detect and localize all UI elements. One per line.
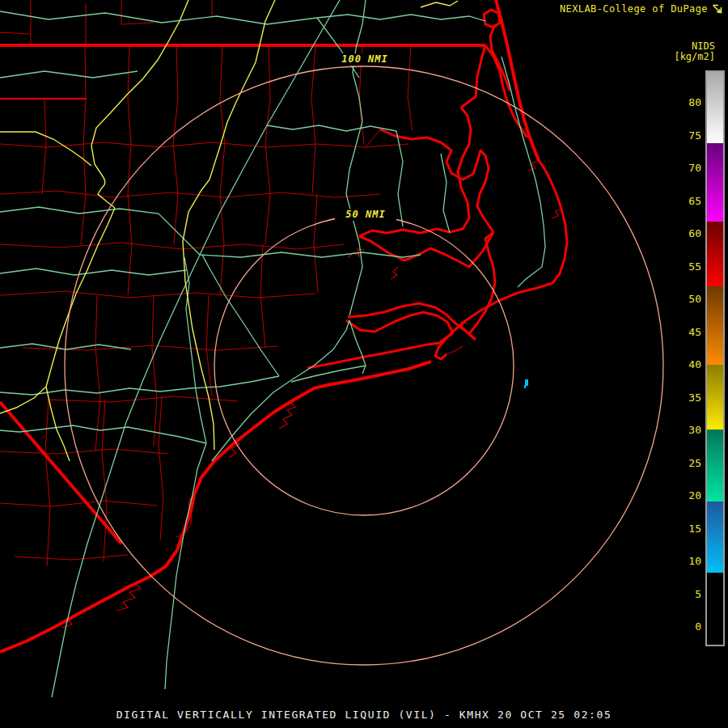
vil-scale-tick: 35 xyxy=(669,392,701,404)
vil-scale-tick: 20 xyxy=(669,489,701,502)
vil-scale-tick: 55 xyxy=(669,260,701,273)
radar-display: 100 NMI 50 NMI NEXLAB-College of DuPage … xyxy=(0,0,728,728)
vil-scale-tick: 25 xyxy=(669,457,701,469)
vil-scale-tick: 40 xyxy=(669,358,701,370)
vil-scale-tick: 50 xyxy=(669,293,701,305)
county-boundaries xyxy=(0,0,413,566)
radar-map-canvas xyxy=(0,0,728,728)
roads-yellow xyxy=(0,0,458,461)
vil-scale-tick: 80 xyxy=(669,96,701,108)
nc-sc-border-line xyxy=(0,402,121,544)
range-ring-50-label: 50 NMI xyxy=(335,209,396,221)
vil-scale-tick: 45 xyxy=(669,326,701,338)
vil-color-gradient xyxy=(707,72,723,645)
vil-color-scale-bar xyxy=(705,70,725,646)
vil-scale-tick: 70 xyxy=(669,162,701,174)
vil-scale-tick: 0 xyxy=(669,620,701,633)
range-ring-100-label: 100 NMI xyxy=(327,53,403,66)
product-title: DIGITAL VERTICALLY INTEGRATED LIQUID (VI… xyxy=(0,709,728,721)
vil-scale-tick: 15 xyxy=(669,523,701,535)
cod-logo-icon xyxy=(712,4,722,15)
attribution-bar: NEXLAB-College of DuPage xyxy=(560,3,722,15)
precip-echo xyxy=(525,379,528,386)
vil-scale-tick: 30 xyxy=(669,424,701,436)
vil-scale-tick: 65 xyxy=(669,195,701,207)
precip-echo xyxy=(524,385,526,388)
vil-scale-tick: 60 xyxy=(669,227,701,239)
scale-units-line2: [kg/m2] xyxy=(674,52,715,62)
attribution-text: NEXLAB-College of DuPage xyxy=(560,3,708,15)
vil-scale-tick: 75 xyxy=(669,129,701,142)
vil-scale-tick: 10 xyxy=(669,555,701,567)
vil-scale-tick: 5 xyxy=(669,588,701,600)
scale-units-label: NIDS [kg/m2] xyxy=(674,41,715,62)
precip-echo-layer xyxy=(524,379,528,388)
coast-detail-lines xyxy=(61,160,561,628)
